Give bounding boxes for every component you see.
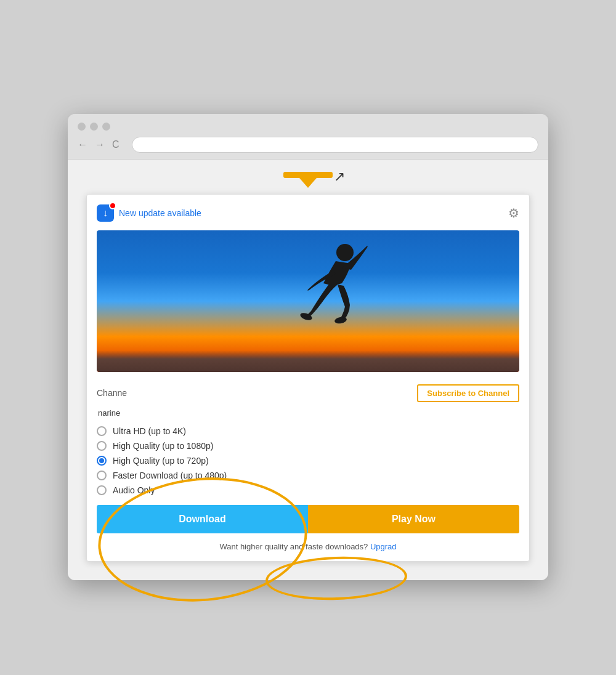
tooltip-arrow-container: ↗ xyxy=(86,172,530,188)
browser-dots xyxy=(78,123,538,131)
quality-option-audio[interactable]: Audio Only xyxy=(97,485,519,495)
radio-4k[interactable] xyxy=(97,426,107,436)
hero-silhouette xyxy=(271,234,394,360)
action-buttons: Download Play Now xyxy=(97,505,519,533)
quality-option-4k[interactable]: Ultra HD (up to 4K) xyxy=(97,426,519,436)
upgrade-text: Want higher quality and faste xyxy=(219,542,323,551)
quality-label-720p: High Quality (up to 720p) xyxy=(113,456,209,466)
play-now-button[interactable]: Play Now xyxy=(308,505,519,533)
tooltip-arrow xyxy=(299,178,317,188)
update-text: New update available xyxy=(119,208,201,218)
forward-button[interactable]: → xyxy=(95,139,105,150)
radio-480p[interactable] xyxy=(97,471,107,480)
tooltip-bar xyxy=(283,172,333,178)
channel-label: Channe xyxy=(97,388,127,398)
channel-row: Channe Subscribe to Channel xyxy=(97,382,519,405)
radio-720p[interactable] xyxy=(97,456,107,466)
upgrade-row: Want higher quality and faste downloads?… xyxy=(97,542,519,551)
quality-label-audio: Audio Only xyxy=(113,485,155,495)
browser-titlebar: ← → C xyxy=(68,114,548,160)
quality-option-720p[interactable]: High Quality (up to 720p) xyxy=(97,456,519,466)
address-bar[interactable] xyxy=(132,137,538,153)
channel-name: narine xyxy=(97,408,519,418)
browser-nav: ← → C xyxy=(78,137,538,153)
svg-point-0 xyxy=(336,244,354,261)
radio-audio[interactable] xyxy=(97,485,107,495)
update-badge xyxy=(109,202,116,209)
back-button[interactable]: ← xyxy=(78,139,87,150)
quality-label-4k: Ultra HD (up to 4K) xyxy=(113,426,186,436)
update-icon: ↓ xyxy=(97,204,114,222)
dot-green xyxy=(102,123,110,131)
radio-720p-fill xyxy=(99,458,104,463)
cursor-icon: ↗ xyxy=(334,169,345,185)
dot-red xyxy=(78,123,86,131)
upgrade-link[interactable]: Upgrad xyxy=(370,542,397,551)
refresh-button[interactable]: C xyxy=(112,139,120,150)
quality-option-480p[interactable]: Faster Download (up to 480p) xyxy=(97,471,519,480)
gear-icon[interactable]: ⚙ xyxy=(508,206,519,220)
ellipse-playnow-annotation xyxy=(265,554,408,602)
quality-options: Ultra HD (up to 4K) High Quality (up to … xyxy=(97,426,519,495)
quality-option-1080p[interactable]: High Quality (up to 1080p) xyxy=(97,441,519,451)
upgrade-suffix: downloads? xyxy=(325,542,370,551)
update-icon-symbol: ↓ xyxy=(103,208,108,219)
update-link[interactable]: ↓ New update available xyxy=(97,204,201,222)
browser-content: ↗ ↓ New update available ⚙ xyxy=(68,160,548,580)
hero-image xyxy=(97,230,519,372)
quality-label-1080p: High Quality (up to 1080p) xyxy=(113,441,213,451)
subscribe-button[interactable]: Subscribe to Channel xyxy=(417,384,519,402)
dot-yellow xyxy=(90,123,98,131)
radio-1080p[interactable] xyxy=(97,441,107,451)
popup-header: ↓ New update available ⚙ xyxy=(97,204,519,222)
browser-window: ← → C ↗ ↓ New upda xyxy=(68,114,548,580)
popup-box: ↓ New update available ⚙ xyxy=(86,194,530,562)
quality-label-480p: Faster Download (up to 480p) xyxy=(113,471,227,480)
download-button[interactable]: Download xyxy=(97,505,308,533)
